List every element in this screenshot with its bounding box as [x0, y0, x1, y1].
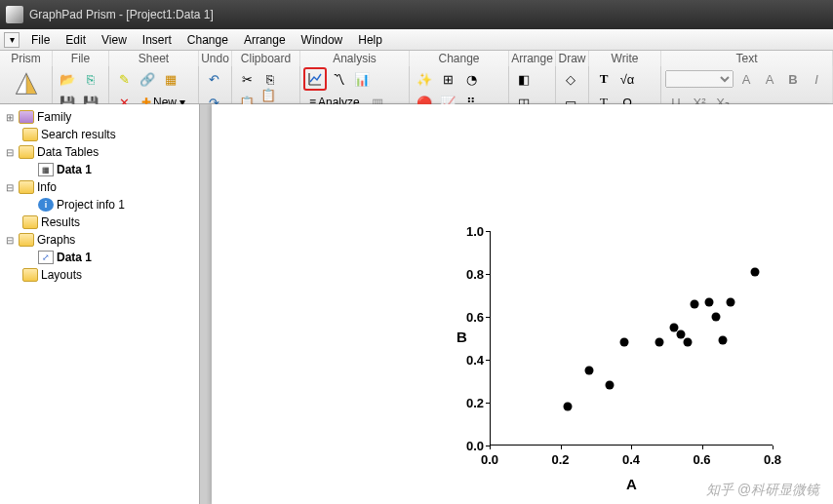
- font-shrink-button[interactable]: A: [735, 68, 757, 90]
- menu-change[interactable]: Change: [179, 31, 236, 49]
- menu-edit[interactable]: Edit: [58, 31, 94, 49]
- curve-fit-button[interactable]: 〽: [328, 68, 349, 90]
- group-label-prism: Prism: [0, 51, 53, 66]
- group-label-draw: Draw: [556, 51, 589, 66]
- title-bar: GraphPad Prism - [Project1:Data 1]: [0, 0, 833, 29]
- data-point: [719, 336, 728, 345]
- x-tick: [702, 446, 703, 449]
- scatter-plot: B A 0.00.20.40.60.81.00.00.20.40.60.8: [460, 231, 773, 485]
- italic-button[interactable]: I: [806, 68, 827, 90]
- x-tick-label: 0.4: [622, 452, 640, 467]
- data-point: [676, 330, 685, 338]
- y-tick: [486, 231, 490, 232]
- paper: B A 0.00.20.40.60.81.00.00.20.40.60.8 知乎…: [212, 104, 833, 504]
- tree-info[interactable]: ⊟Info: [2, 178, 197, 196]
- mdi-control-icon[interactable]: ▾: [4, 32, 20, 48]
- bold-button[interactable]: B: [782, 68, 804, 90]
- cut-button[interactable]: ✂: [236, 68, 258, 90]
- x-tick: [490, 446, 491, 449]
- font-select[interactable]: [665, 70, 734, 88]
- data-point: [691, 299, 699, 308]
- sheet-button[interactable]: ▦: [160, 68, 181, 90]
- data-point: [704, 297, 713, 306]
- menu-view[interactable]: View: [94, 31, 135, 49]
- y-tick-label: 1.0: [466, 224, 484, 239]
- window-title: GraphPad Prism - [Project1:Data 1]: [29, 8, 214, 21]
- x-tick-label: 0.2: [551, 452, 569, 467]
- tree-data-1-table[interactable]: ▦Data 1: [2, 161, 197, 178]
- link-button[interactable]: 🔗: [137, 68, 158, 90]
- undo-button[interactable]: ↶: [203, 68, 224, 90]
- data-point: [563, 403, 572, 411]
- stats-button[interactable]: 📊: [351, 68, 373, 90]
- toolbar: Prism File Sheet Undo Clipboard Analysis…: [0, 51, 833, 104]
- menu-help[interactable]: Help: [350, 31, 390, 49]
- data-point: [655, 338, 664, 347]
- y-axis: [490, 231, 491, 446]
- y-tick-label: 0.4: [466, 353, 484, 368]
- tree-layouts[interactable]: Layouts: [2, 266, 197, 284]
- data-point: [606, 381, 615, 390]
- format-axes-button[interactable]: ⊞: [437, 68, 458, 90]
- y-tick: [486, 317, 490, 318]
- text-tool-button[interactable]: T: [593, 68, 615, 90]
- tree-data-tables[interactable]: ⊟Data Tables: [2, 143, 197, 161]
- tree-family[interactable]: ⊞Family: [2, 108, 197, 126]
- y-tick-label: 0.8: [466, 267, 484, 282]
- copy-button[interactable]: ⎘: [259, 68, 281, 90]
- navigator-sidebar[interactable]: ⊞Family Search results ⊟Data Tables ▦Dat…: [0, 104, 200, 504]
- svg-marker-2: [17, 74, 26, 94]
- wand-button[interactable]: ✨: [414, 68, 435, 90]
- y-tick: [486, 274, 490, 275]
- menu-file[interactable]: File: [23, 31, 58, 49]
- open-button[interactable]: 📂: [57, 68, 78, 90]
- tree-data-1-graph[interactable]: ⤢Data 1: [2, 249, 197, 266]
- group-label-arrange: Arrange: [509, 51, 556, 66]
- data-point: [750, 267, 759, 276]
- group-label-sheet: Sheet: [109, 51, 199, 66]
- menu-window[interactable]: Window: [294, 31, 351, 49]
- x-axis-label: A: [626, 476, 637, 492]
- y-tick-label: 0.6: [466, 310, 484, 325]
- group-label-change: Change: [410, 51, 509, 66]
- group-label-write: Write: [589, 51, 661, 66]
- highlight-button[interactable]: ✎: [113, 68, 135, 90]
- y-tick: [486, 403, 490, 404]
- data-point: [726, 297, 734, 306]
- menu-bar: ▾ File Edit View Insert Change Arrange W…: [0, 29, 833, 51]
- draw-button[interactable]: ◇: [560, 68, 581, 90]
- data-point: [619, 338, 628, 347]
- arrange-front-button[interactable]: ◧: [513, 68, 535, 90]
- y-tick-label: 0.2: [466, 396, 484, 410]
- svg-marker-1: [26, 74, 36, 94]
- font-grow-button[interactable]: A: [759, 68, 780, 90]
- data-point: [584, 367, 593, 375]
- menu-insert[interactable]: Insert: [135, 31, 179, 49]
- menu-arrange[interactable]: Arrange: [236, 31, 294, 49]
- x-tick: [631, 446, 632, 449]
- analyze-graph-button[interactable]: [304, 68, 326, 90]
- tree-results[interactable]: Results: [2, 213, 197, 231]
- prism-icon[interactable]: [10, 68, 43, 101]
- x-tick-label: 0.6: [693, 452, 710, 467]
- group-label-undo: Undo: [199, 51, 232, 66]
- sqrt-button[interactable]: √α: [616, 68, 638, 90]
- group-label-clipboard: Clipboard: [232, 51, 300, 66]
- tree-graphs[interactable]: ⊟Graphs: [2, 231, 197, 249]
- tree-search-results[interactable]: Search results: [2, 126, 197, 143]
- group-label-file: File: [53, 51, 109, 66]
- export-button[interactable]: ⎘: [80, 68, 101, 90]
- x-tick: [561, 446, 562, 449]
- x-tick-label: 0.8: [764, 452, 781, 467]
- y-axis-label: B: [456, 329, 467, 345]
- x-tick: [773, 446, 774, 449]
- watermark: 知乎 @科研显微镜: [706, 482, 819, 499]
- y-tick-label: 0.0: [466, 439, 484, 453]
- format-graph-button[interactable]: ◔: [460, 68, 482, 90]
- graph-canvas[interactable]: B A 0.00.20.40.60.81.00.00.20.40.60.8 知乎…: [200, 104, 833, 504]
- group-label-analysis: Analysis: [300, 51, 410, 66]
- app-icon: [6, 6, 23, 23]
- y-tick: [486, 360, 490, 361]
- tree-project-info[interactable]: iProject info 1: [2, 196, 197, 213]
- group-label-text: Text: [661, 51, 833, 66]
